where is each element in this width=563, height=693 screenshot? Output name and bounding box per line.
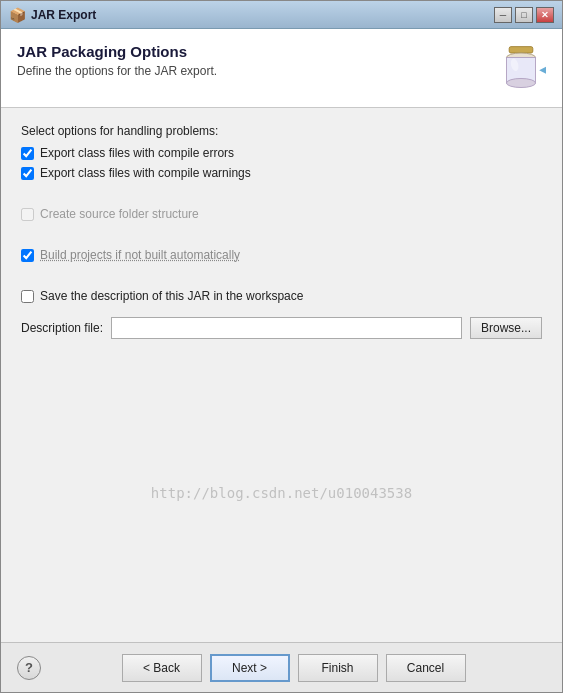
build-projects-label: Build projects if not built automaticall… [40, 248, 240, 262]
browse-button[interactable]: Browse... [470, 317, 542, 339]
compile-errors-label: Export class files with compile errors [40, 146, 234, 160]
main-form: Select options for handling problems: Ex… [1, 108, 562, 642]
save-description-row: Save the description of this JAR in the … [21, 289, 542, 303]
title-bar: 📦 JAR Export ─ □ ✕ [1, 1, 562, 29]
next-button[interactable]: Next > [210, 654, 290, 682]
window-title: JAR Export [31, 8, 494, 22]
title-bar-buttons: ─ □ ✕ [494, 7, 554, 23]
watermark: http://blog.csdn.net/u010043538 [21, 359, 542, 626]
source-folder-label: Create source folder structure [40, 207, 199, 221]
dialog-header: JAR Packaging Options Define the options… [1, 29, 562, 108]
build-projects-checkbox[interactable] [21, 249, 34, 262]
compile-warnings-row: Export class files with compile warnings [21, 166, 542, 180]
description-file-row: Description file: Browse... [21, 317, 542, 339]
description-file-input[interactable] [111, 317, 462, 339]
dialog-title: JAR Packaging Options [17, 43, 486, 60]
compile-errors-row: Export class files with compile errors [21, 146, 542, 160]
compile-warnings-label: Export class files with compile warnings [40, 166, 251, 180]
save-description-checkbox[interactable] [21, 290, 34, 303]
divider-1 [21, 196, 542, 197]
compile-warnings-checkbox[interactable] [21, 167, 34, 180]
jar-icon [496, 43, 546, 93]
source-folder-checkbox[interactable] [21, 208, 34, 221]
description-file-label: Description file: [21, 321, 103, 335]
window-icon: 📦 [9, 7, 25, 23]
help-button[interactable]: ? [17, 656, 41, 680]
compile-errors-checkbox[interactable] [21, 147, 34, 160]
dialog-subtitle: Define the options for the JAR export. [17, 64, 486, 78]
footer-buttons: < Back Next > Finish Cancel [41, 654, 546, 682]
divider-2 [21, 237, 542, 238]
header-text: JAR Packaging Options Define the options… [17, 43, 486, 78]
section-label: Select options for handling problems: [21, 124, 542, 138]
save-description-label: Save the description of this JAR in the … [40, 289, 303, 303]
maximize-button[interactable]: □ [515, 7, 533, 23]
build-projects-row: Build projects if not built automaticall… [21, 248, 542, 262]
watermark-text: http://blog.csdn.net/u010043538 [151, 485, 412, 501]
dialog-content: JAR Packaging Options Define the options… [1, 29, 562, 642]
svg-marker-5 [539, 66, 546, 75]
finish-button[interactable]: Finish [298, 654, 378, 682]
svg-point-3 [506, 78, 535, 87]
back-button[interactable]: < Back [122, 654, 202, 682]
jar-export-window: 📦 JAR Export ─ □ ✕ JAR Packaging Options… [0, 0, 563, 693]
close-button[interactable]: ✕ [536, 7, 554, 23]
divider-3 [21, 278, 542, 279]
dialog-footer: ? < Back Next > Finish Cancel [1, 642, 562, 692]
cancel-button[interactable]: Cancel [386, 654, 466, 682]
minimize-button[interactable]: ─ [494, 7, 512, 23]
svg-rect-0 [509, 47, 533, 53]
source-folder-row: Create source folder structure [21, 207, 542, 221]
